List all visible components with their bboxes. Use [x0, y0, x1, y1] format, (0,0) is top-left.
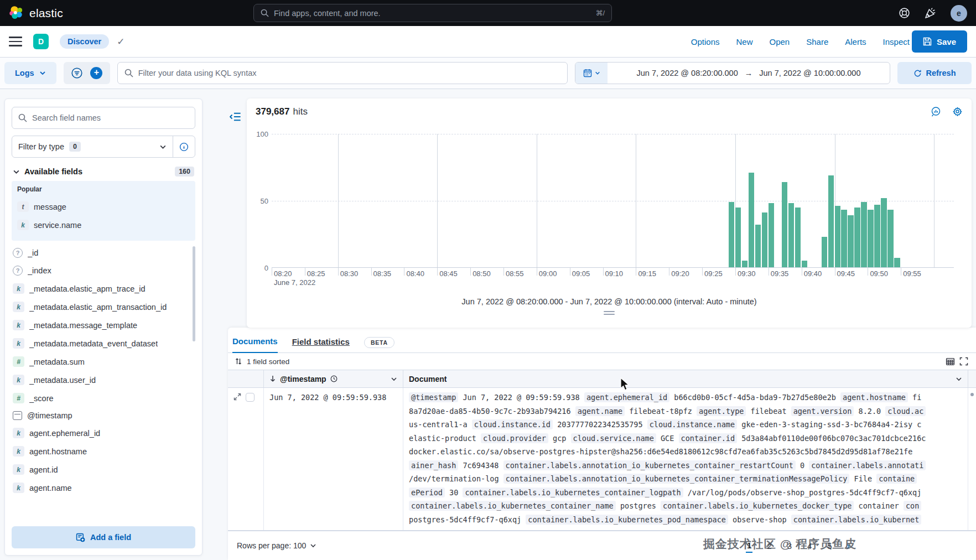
header-timestamp-column[interactable]: @timestamp [264, 370, 403, 387]
filter-count-badge: 0 [69, 142, 81, 152]
histogram-bar [835, 206, 840, 267]
elastic-brand[interactable]: elastic [9, 6, 63, 20]
page-4[interactable]: 4 [806, 540, 813, 552]
chevron-down-icon [159, 143, 167, 151]
field-name-pill: agent.version [791, 406, 854, 416]
field-name: _metadata.elastic_apm_transaction_id [29, 303, 167, 312]
field-item[interactable]: kagent.id [12, 460, 195, 479]
field-item[interactable]: k_metadata.elastic_apm_transaction_id [12, 298, 195, 316]
kql-query-input[interactable]: Filter your data using KQL syntax [117, 62, 568, 84]
page-5[interactable]: 5 [826, 540, 833, 552]
sorted-fields-button[interactable]: 1 field sorted [247, 357, 289, 366]
field-value: fi [912, 393, 921, 402]
x-tick-label: 08:50 [473, 269, 491, 278]
sort-fields-icon[interactable] [235, 357, 242, 365]
field-type-icon: # [13, 356, 24, 367]
histogram-bar [762, 212, 767, 267]
nav-link-inspect[interactable]: Inspect [883, 37, 910, 46]
field-item[interactable]: @timestamp [12, 407, 195, 424]
hits-count: 379,687 [256, 106, 289, 117]
view-tabs: Documents Field statistics BETA [228, 328, 976, 353]
collapse-fields-panel-icon[interactable] [229, 111, 241, 123]
table-scrollbar[interactable] [968, 388, 976, 530]
add-filter-button[interactable]: + [90, 67, 102, 79]
field-item[interactable]: #_metadata.sum [12, 352, 195, 371]
field-item[interactable]: k_metadata.user_id [12, 371, 195, 389]
date-picker-menu[interactable] [575, 63, 608, 84]
next-page-icon[interactable]: › [847, 542, 850, 549]
menu-icon[interactable] [9, 37, 22, 46]
field-item[interactable]: k_metadata.elastic_apm_trace_id [12, 279, 195, 298]
expand-row-icon[interactable] [233, 393, 241, 401]
document-text-line: ainer_hash 7c694348 container.labels.ann… [409, 459, 968, 473]
histogram-bar [881, 198, 886, 267]
fullscreen-icon[interactable] [959, 357, 968, 366]
nav-link-alerts[interactable]: Alerts [845, 37, 866, 46]
page-2[interactable]: 2 [766, 540, 772, 552]
field-item[interactable]: kagent.name [12, 479, 195, 497]
resize-handle[interactable] [604, 311, 615, 317]
chart-options-icon[interactable] [930, 106, 941, 117]
histogram-bar [854, 208, 860, 267]
field-item[interactable]: kservice.name [16, 216, 191, 234]
data-view-picker[interactable]: Logs [4, 62, 56, 84]
x-tick-label: 09:55 [903, 269, 921, 278]
field-item[interactable]: kagent.hostname [12, 442, 195, 460]
add-field-button[interactable]: Add a field [12, 526, 195, 548]
field-item[interactable]: ?_id [12, 244, 195, 262]
filter-icon[interactable] [71, 67, 83, 79]
page-3[interactable]: 3 [786, 540, 793, 552]
user-avatar[interactable]: e [951, 5, 967, 22]
field-item[interactable]: #_score [12, 389, 195, 407]
sort-desc-icon [269, 375, 276, 382]
tab-field-statistics[interactable]: Field statistics [292, 337, 350, 352]
breadcrumb[interactable]: Discover [60, 34, 109, 49]
x-tick-label: 08:55 [506, 269, 524, 278]
nav-link-options[interactable]: Options [691, 37, 720, 46]
field-item[interactable]: kagent.ephemeral_id [12, 424, 195, 442]
row-checkbox[interactable] [246, 393, 255, 402]
gridline-horizontal [272, 134, 954, 134]
refresh-button[interactable]: Refresh [897, 62, 972, 84]
date-start[interactable]: Jun 7, 2022 @ 08:20:00.000 [637, 69, 738, 77]
field-search-input[interactable]: Search field names [12, 107, 195, 129]
field-item[interactable]: k_metadata.message_template [12, 316, 195, 334]
gear-icon[interactable] [952, 106, 963, 117]
field-type-icon: t [17, 201, 29, 212]
field-value: gke-eden-3-staging-ssd-3-bc7684a4-2isy [741, 420, 912, 429]
page-1[interactable]: 1 [746, 539, 752, 553]
nav-link-new[interactable]: New [736, 37, 752, 46]
display-options-icon[interactable] [946, 357, 955, 366]
histogram-chart[interactable]: 050100 08:20June 7, 202208:2508:3008:350… [256, 134, 963, 287]
field-item[interactable]: k_metadata.metadata_event_dataset [12, 334, 195, 352]
field-name-pill: cloud.instance.id [472, 419, 553, 429]
global-search-input[interactable]: Find apps, content, and more. ⌘/ [253, 4, 612, 22]
row-document[interactable]: @timestamp Jun 7, 2022 @ 09:59:59.938 ag… [403, 388, 968, 530]
documents-table: @timestamp Document [228, 370, 976, 531]
field-info-button[interactable] [173, 136, 195, 157]
nav-link-open[interactable]: Open [770, 37, 790, 46]
field-item[interactable]: tmessage [16, 198, 191, 216]
discover-app-badge[interactable]: D [33, 34, 49, 49]
chevron-down-icon[interactable] [13, 168, 20, 175]
rows-per-page-button[interactable]: Rows per page: 100 [237, 541, 316, 550]
save-button[interactable]: Save [912, 30, 967, 53]
date-end[interactable]: Jun 7, 2022 @ 10:00:00.000 [759, 69, 860, 77]
field-name: _metadata.elastic_apm_trace_id [29, 284, 146, 293]
tab-documents[interactable]: Documents [232, 336, 278, 353]
news-icon[interactable] [925, 7, 936, 19]
sidebar-scrollbar[interactable] [193, 246, 195, 341]
document-text-line: @timestamp Jun 7, 2022 @ 09:59:59.938 ag… [409, 391, 968, 405]
gridline-vertical [437, 134, 438, 267]
chart-caption: Jun 7, 2022 @ 08:20:00.000 - Jun 7, 2022… [256, 297, 963, 306]
calendar-icon [13, 411, 22, 420]
document-text-line: container.labels.io_kubernetes_container… [409, 499, 968, 513]
help-icon[interactable] [899, 7, 910, 19]
header-document-column[interactable]: Document [403, 370, 968, 387]
filter-by-type-dropdown[interactable]: Filter by type 0 [12, 142, 173, 152]
field-value: b66cd0b0-05cf-4d5a-bda9-7b27d5e80e2b [674, 393, 836, 402]
nav-link-share[interactable]: Share [806, 37, 828, 46]
histogram-bar [861, 202, 866, 267]
field-value: Jun 7, 2022 @ 09:59:59.938 [463, 393, 579, 402]
field-item[interactable]: ?_index [12, 262, 195, 279]
